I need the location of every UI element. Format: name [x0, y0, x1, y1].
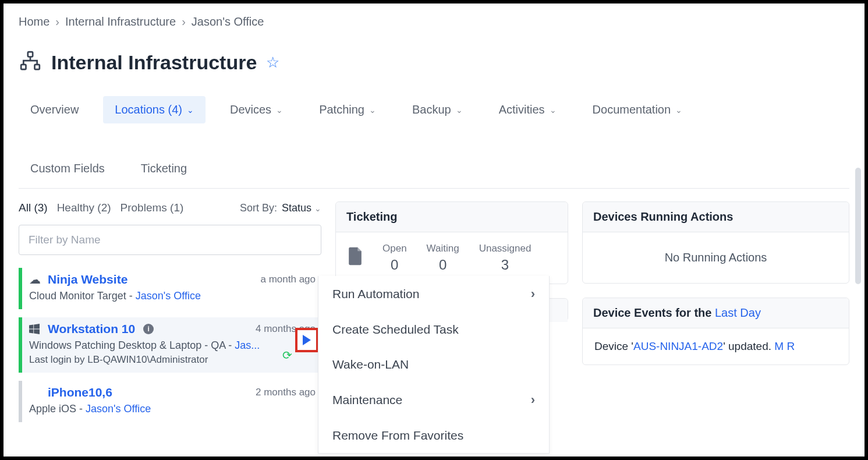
- device-time: a month ago: [260, 274, 316, 285]
- svg-rect-0: [28, 52, 33, 56]
- chevron-down-icon: ⌄: [187, 105, 194, 115]
- card-header: Devices Running Actions: [583, 202, 849, 232]
- windows-icon: [29, 324, 42, 334]
- tab-ticketing[interactable]: Ticketing: [129, 155, 199, 182]
- menu-wake-on-lan[interactable]: Wake-on-LAN: [318, 347, 549, 382]
- ticketing-waiting[interactable]: Waiting 0: [427, 243, 459, 273]
- device-name-link[interactable]: Ninja Website: [48, 273, 127, 286]
- menu-remove-from-favorites[interactable]: Remove From Favorites: [318, 418, 549, 453]
- tab-overview[interactable]: Overview: [19, 96, 90, 123]
- device-location-link[interactable]: Jas...: [235, 339, 260, 351]
- device-row[interactable]: ☁ Ninja Website a month ago Cloud Monito…: [19, 268, 321, 309]
- menu-create-scheduled-task[interactable]: Create Scheduled Task: [318, 312, 549, 347]
- device-row[interactable]: iPhone10,6 2 months ago Apple iOS - Jaso…: [19, 381, 321, 422]
- filter-healthy[interactable]: Healthy (2): [57, 201, 111, 214]
- favorite-star-icon[interactable]: ☆: [266, 54, 279, 72]
- event-action-r[interactable]: R: [786, 340, 795, 352]
- menu-run-automation[interactable]: Run Automation ›: [318, 276, 549, 312]
- tab-patching[interactable]: Patching⌄: [307, 96, 388, 123]
- sort-label: Sort By:: [240, 202, 277, 214]
- device-location-link[interactable]: Jason's Office: [86, 403, 151, 415]
- svg-rect-2: [35, 65, 40, 69]
- chevron-right-icon: ›: [182, 15, 186, 29]
- event-device-link[interactable]: AUS-NINJA1-AD2: [633, 340, 723, 352]
- card-header: Device Events for the Last Day: [583, 298, 849, 328]
- device-time: 2 months ago: [256, 387, 316, 398]
- tab-locations[interactable]: Locations (4)⌄: [103, 96, 206, 123]
- event-action-m[interactable]: M: [774, 340, 784, 352]
- tab-devices[interactable]: Devices⌄: [218, 96, 295, 123]
- device-name-link[interactable]: Workstation 10: [48, 322, 135, 336]
- cloud-icon: ☁: [29, 273, 42, 286]
- chevron-right-icon: ›: [531, 286, 535, 302]
- svg-rect-1: [21, 65, 26, 69]
- ticketing-open[interactable]: Open 0: [382, 243, 407, 273]
- device-events-card: Device Events for the Last Day Device 'A…: [582, 298, 849, 365]
- ticketing-card: Ticketing Open 0 Waiting 0 Unassigned: [335, 201, 568, 284]
- tab-activities[interactable]: Activities⌄: [487, 96, 568, 123]
- info-icon[interactable]: i: [143, 324, 154, 334]
- breadcrumb-home[interactable]: Home: [19, 15, 49, 29]
- chevron-down-icon: ⌄: [675, 105, 682, 115]
- chevron-down-icon: ⌄: [314, 204, 321, 213]
- device-name-link[interactable]: iPhone10,6: [48, 385, 112, 399]
- running-actions-card: Devices Running Actions No Running Actio…: [582, 201, 849, 284]
- breadcrumb-org[interactable]: Internal Infrastructure: [65, 15, 176, 29]
- chevron-right-icon: ›: [55, 15, 59, 29]
- tabs: Overview Locations (4)⌄ Devices⌄ Patchin…: [19, 96, 849, 189]
- menu-maintenance[interactable]: Maintenance ›: [318, 382, 549, 418]
- run-actions-button[interactable]: [295, 328, 318, 352]
- chevron-right-icon: ›: [531, 392, 535, 408]
- device-row[interactable]: Workstation 10 i 4 months ago Windows Pa…: [19, 317, 321, 373]
- organization-icon: [19, 49, 42, 75]
- card-header: Ticketing: [336, 202, 568, 232]
- events-range-link[interactable]: Last Day: [715, 306, 761, 319]
- device-context-menu: Run Automation › Create Scheduled Task W…: [318, 276, 550, 454]
- breadcrumb: Home › Internal Infrastructure › Jason's…: [19, 15, 849, 29]
- filter-by-name-input[interactable]: [19, 225, 321, 255]
- no-running-actions: No Running Actions: [583, 232, 849, 283]
- refresh-icon[interactable]: ⟳: [282, 348, 292, 362]
- ticketing-unassigned[interactable]: Unassigned 3: [479, 243, 532, 273]
- filter-problems[interactable]: Problems (1): [121, 201, 184, 214]
- chevron-down-icon: ⌄: [456, 105, 463, 115]
- breadcrumb-location[interactable]: Jason's Office: [192, 15, 264, 29]
- sort-dropdown[interactable]: Status ⌄: [282, 202, 321, 214]
- filter-all[interactable]: All (3): [19, 201, 48, 214]
- page-title: Internal Infrastructure: [51, 51, 257, 74]
- chevron-down-icon: ⌄: [276, 105, 283, 115]
- device-location-link[interactable]: Jason's Office: [136, 290, 201, 302]
- play-icon: [303, 335, 311, 345]
- event-row: Device 'AUS-NINJA1-AD2' updated. M R: [583, 328, 849, 365]
- chevron-down-icon: ⌄: [550, 105, 557, 115]
- tab-backup[interactable]: Backup⌄: [401, 96, 474, 123]
- device-last-login: Last login by LB-QAWIN10\Administrator: [29, 354, 316, 366]
- scrollbar[interactable]: [855, 168, 861, 284]
- document-icon: [348, 247, 363, 270]
- chevron-down-icon: ⌄: [369, 105, 376, 115]
- tab-custom-fields[interactable]: Custom Fields: [19, 155, 116, 182]
- tab-documentation[interactable]: Documentation⌄: [581, 96, 695, 123]
